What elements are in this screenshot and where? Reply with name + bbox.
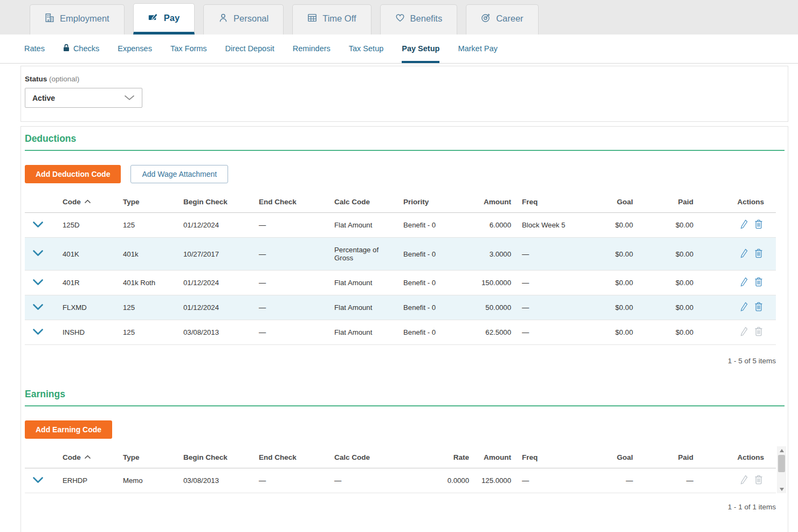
earnings-pagination: 1 - 1 of 1 items (25, 503, 776, 511)
priority-cell: Benefit - 0 (398, 238, 474, 271)
subnav-rates[interactable]: Rates (24, 34, 45, 63)
actions-cell (699, 271, 776, 295)
tab-career[interactable]: Career (466, 4, 538, 34)
paycheck-icon (148, 12, 159, 24)
subnav-reminders[interactable]: Reminders (293, 34, 331, 63)
edit-button[interactable] (737, 301, 751, 314)
status-select[interactable]: Active (25, 88, 142, 108)
rate-header[interactable]: Rate (398, 446, 474, 468)
code-cell: 401K (57, 238, 118, 271)
add-deduction-code-button[interactable]: Add Deduction Code (25, 165, 121, 183)
freq-cell: — (517, 238, 580, 271)
scroll-up-button[interactable] (777, 446, 786, 454)
delete-button (751, 474, 766, 487)
expand-row-button[interactable] (30, 248, 46, 259)
edit-button[interactable] (737, 218, 751, 232)
end-check-header[interactable]: End Check (253, 446, 329, 468)
delete-button[interactable] (751, 218, 766, 232)
type-cell: 125 (118, 320, 178, 345)
type-header[interactable]: Type (118, 446, 178, 468)
calc-code-header[interactable]: Calc Code (329, 446, 398, 468)
add-earning-code-button[interactable]: Add Earning Code (25, 420, 112, 439)
scroll-down-button[interactable] (777, 485, 786, 493)
begin-check-header[interactable]: Begin Check (178, 191, 253, 213)
begin-check-cell: 01/12/2024 (178, 295, 253, 320)
goal-cell: $0.00 (580, 271, 638, 295)
priority-header[interactable]: Priority (398, 191, 474, 213)
scrollbar-thumb[interactable] (778, 455, 785, 472)
goal-header[interactable]: Goal (580, 446, 638, 468)
amount-header[interactable]: Amount (474, 191, 517, 213)
delete-button[interactable] (751, 276, 766, 289)
expand-row-button[interactable] (30, 220, 46, 231)
expand-row-button[interactable] (30, 475, 46, 486)
amount-cell: 6.0000 (474, 213, 517, 238)
freq-cell: — (517, 320, 580, 345)
status-select-value: Active (32, 94, 55, 102)
expand-row-button[interactable] (30, 278, 46, 288)
end-check-cell: — (253, 213, 329, 238)
actions-cell (699, 320, 776, 345)
expand-row-button[interactable] (30, 327, 46, 338)
subnav-expenses[interactable]: Expenses (118, 34, 152, 63)
status-label: Status (25, 75, 47, 83)
code-cell: FLXMD (57, 295, 118, 320)
freq-cell: Block Week 5 (517, 213, 580, 238)
calc-code-cell: Flat Amount (329, 295, 398, 320)
deductions-row-401K: 401K401k10/27/2017—Percentage of GrossBe… (25, 238, 776, 271)
amount-header[interactable]: Amount (474, 446, 517, 468)
building-icon (45, 13, 54, 25)
tab-benefits[interactable]: Benefits (380, 4, 458, 34)
delete-button (751, 326, 766, 339)
subnav-market-pay[interactable]: Market Pay (458, 34, 497, 63)
edit-button (737, 474, 751, 487)
vertical-scrollbar[interactable] (777, 446, 786, 493)
type-cell: Memo (118, 468, 178, 493)
begin-check-cell: 01/12/2024 (178, 213, 253, 238)
chevron-down-icon (32, 476, 44, 483)
expand-row-button[interactable] (30, 302, 46, 313)
tab-personal[interactable]: Personal (203, 4, 284, 34)
freq-header[interactable]: Freq (517, 446, 580, 468)
subnav-pay-setup[interactable]: Pay Setup (402, 34, 439, 63)
freq-header[interactable]: Freq (517, 191, 580, 213)
paid-header[interactable]: Paid (638, 191, 699, 213)
deductions-pagination: 1 - 5 of 5 items (25, 357, 776, 365)
tab-label: Career (496, 13, 523, 24)
amount-cell: 50.0000 (474, 295, 517, 320)
tab-time-off[interactable]: Time Off (292, 4, 371, 34)
sort-asc-icon (84, 197, 91, 205)
edit-button[interactable] (737, 247, 751, 261)
triangle-up-icon (780, 449, 784, 452)
subnav-checks[interactable]: Checks (63, 34, 99, 63)
subnav-direct-deposit[interactable]: Direct Deposit (225, 34, 274, 63)
paid-header[interactable]: Paid (638, 446, 699, 468)
tab-label: Personal (233, 13, 269, 24)
tab-pay[interactable]: Pay (133, 3, 195, 34)
paid-cell: $0.00 (638, 238, 699, 271)
calc-code-header[interactable]: Calc Code (329, 191, 398, 213)
earnings-rule (25, 405, 785, 406)
edit-button[interactable] (737, 276, 751, 289)
delete-button[interactable] (751, 247, 766, 261)
amount-cell: 62.5000 (474, 320, 517, 345)
code-header[interactable]: Code (57, 191, 118, 213)
end-check-header[interactable]: End Check (253, 191, 329, 213)
subnav-tax-forms[interactable]: Tax Forms (170, 34, 207, 63)
end-check-cell: — (253, 238, 329, 271)
add-wage-attachment-button[interactable]: Add Wage Attachment (130, 165, 228, 183)
pencil-icon (740, 219, 748, 229)
paid-cell: $0.00 (638, 295, 699, 320)
subnav-tax-setup[interactable]: Tax Setup (349, 34, 384, 63)
trash-icon (754, 277, 763, 287)
tab-employment[interactable]: Employment (30, 4, 125, 34)
code-header[interactable]: Code (57, 446, 118, 468)
goal-cell: — (580, 468, 638, 493)
goal-header[interactable]: Goal (580, 191, 638, 213)
pencil-icon (740, 302, 748, 312)
type-header[interactable]: Type (118, 191, 178, 213)
trash-icon (754, 302, 763, 312)
delete-button[interactable] (751, 301, 766, 314)
begin-check-header[interactable]: Begin Check (178, 446, 253, 468)
tab-label: Time Off (322, 13, 356, 24)
